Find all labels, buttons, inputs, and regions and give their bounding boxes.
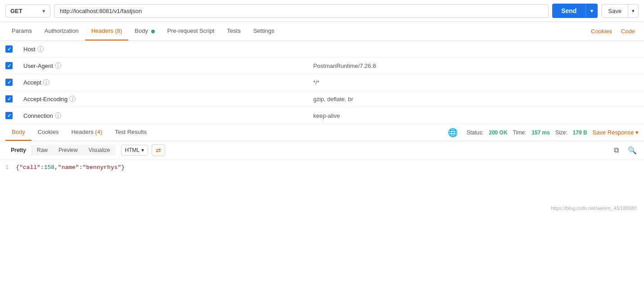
- method-chevron-icon: ▾: [42, 8, 45, 14]
- info-icon-1: i: [55, 62, 61, 69]
- table-row: Connection i keep-alive: [0, 107, 644, 124]
- wrap-icon: ⇄: [156, 147, 161, 154]
- header-value-cell-3: gzip, deflate, br: [308, 91, 644, 107]
- tab-body[interactable]: Body: [128, 22, 161, 40]
- top-bar: GET ▾ Send ▾ Save ▾: [0, 0, 644, 22]
- save-button[interactable]: Save ▾: [601, 4, 639, 18]
- header-checkbox-cell-3: [0, 91, 18, 107]
- json-line-1: 1 {"call":158,"name":"bennyrhys"}: [5, 164, 639, 171]
- time-value: 157 ms: [531, 129, 550, 136]
- right-tabs: Cookies Code: [587, 22, 639, 40]
- header-value-cell-2: */*: [308, 74, 644, 91]
- tab-tests[interactable]: Tests: [221, 22, 247, 40]
- header-checkbox-1[interactable]: [5, 62, 13, 69]
- response-tab-test-results[interactable]: Test Results: [108, 124, 153, 141]
- header-name-3: Accept-Encoding: [23, 96, 68, 102]
- right-format-buttons: ⧉ 🔍: [610, 144, 639, 156]
- tab-headers[interactable]: Headers (8): [85, 22, 129, 40]
- header-value-cell-1: PostmanRuntime/7.26.8: [308, 58, 644, 74]
- lang-select[interactable]: HTML ▾: [121, 145, 149, 156]
- method-select[interactable]: GET ▾: [5, 4, 50, 18]
- response-body: 1 {"call":158,"name":"bennyrhys"}: [0, 160, 644, 214]
- lang-chevron-icon: ▾: [141, 147, 144, 153]
- save-arrow-icon[interactable]: ▾: [628, 5, 638, 17]
- format-raw[interactable]: Raw: [32, 145, 53, 156]
- header-checkbox-cell-1: [0, 58, 18, 74]
- size-label: Size:: [555, 129, 567, 136]
- headers-table: Host i User-Agent i PostmanRuntime/7: [0, 41, 644, 124]
- header-name-2: Accept: [23, 79, 41, 86]
- table-row: Accept i */*: [0, 74, 644, 91]
- format-preview[interactable]: Preview: [53, 145, 83, 156]
- time-label: Time:: [513, 129, 527, 136]
- response-tab-cookies[interactable]: Cookies: [32, 124, 65, 141]
- header-checkbox-cell-4: [0, 107, 18, 124]
- header-checkbox-cell-0: [0, 41, 18, 58]
- url-input[interactable]: [54, 4, 549, 18]
- response-headers-count: (4): [95, 129, 102, 135]
- header-name-0: Host: [23, 46, 36, 53]
- format-pretty[interactable]: Pretty: [5, 145, 32, 156]
- method-text: GET: [10, 8, 23, 14]
- status-label: Status:: [467, 129, 483, 136]
- header-value-cell-4: keep-alive: [308, 107, 644, 124]
- send-label: Send: [552, 4, 585, 18]
- tab-settings[interactable]: Settings: [247, 22, 281, 40]
- tab-prerequest[interactable]: Pre-request Script: [161, 22, 221, 40]
- watermark: https://blog.csdn.net/weixm_43/180680: [551, 205, 637, 211]
- tab-authorization[interactable]: Authorization: [38, 22, 85, 40]
- body-dot: [151, 30, 155, 33]
- response-tabs: Body Cookies Headers (4) Test Results 🌐 …: [0, 124, 644, 141]
- table-row: Accept-Encoding i gzip, deflate, br: [0, 91, 644, 107]
- send-button[interactable]: Send ▾: [552, 4, 598, 18]
- search-icon[interactable]: 🔍: [626, 144, 639, 156]
- header-value-cell-0: [308, 41, 644, 58]
- header-name-cell-3: Accept-Encoding i: [18, 91, 308, 107]
- format-bar: Pretty Raw Preview Visualize HTML ▾ ⇄ ⧉ …: [0, 141, 644, 160]
- send-arrow-icon[interactable]: ▾: [585, 4, 598, 18]
- info-icon-3: i: [69, 96, 76, 102]
- tab-code-right[interactable]: Code: [617, 22, 639, 40]
- header-value-1: PostmanRuntime/7.26.8: [313, 62, 376, 69]
- format-tabs: Pretty Raw Preview Visualize: [5, 145, 116, 156]
- wrap-button[interactable]: ⇄: [152, 144, 165, 156]
- header-checkbox-2[interactable]: [5, 79, 13, 86]
- table-row: Host i: [0, 41, 644, 58]
- info-icon-2: i: [43, 79, 50, 85]
- header-name-1: User-Agent: [23, 62, 53, 69]
- header-value-4: keep-alive: [313, 112, 340, 119]
- response-meta: 🌐 Status: 200 OK Time: 157 ms Size: 179 …: [448, 128, 639, 138]
- header-checkbox-3[interactable]: [5, 95, 13, 102]
- lang-label: HTML: [125, 147, 140, 153]
- header-name-cell-2: Accept i: [18, 74, 308, 91]
- table-row: User-Agent i PostmanRuntime/7.26.8: [0, 58, 644, 74]
- size-value: 179 B: [573, 129, 587, 136]
- copy-icon[interactable]: ⧉: [610, 144, 622, 156]
- header-name-cell-4: Connection i: [18, 107, 308, 124]
- headers-count: (8): [115, 27, 122, 34]
- tab-cookies-right[interactable]: Cookies: [587, 22, 616, 40]
- tab-params[interactable]: Params: [5, 22, 38, 40]
- header-checkbox-0[interactable]: [5, 45, 13, 53]
- request-tabs: Params Authorization Headers (8) Body Pr…: [0, 22, 644, 41]
- info-icon-4: i: [55, 112, 61, 119]
- line-number: 1: [5, 165, 9, 171]
- header-name-4: Connection: [23, 112, 53, 119]
- header-name-cell-0: Host i: [18, 41, 308, 58]
- response-tab-headers[interactable]: Headers (4): [65, 124, 109, 141]
- globe-icon: 🌐: [448, 128, 458, 138]
- header-checkbox-4[interactable]: [5, 112, 13, 119]
- header-name-cell-1: User-Agent i: [18, 58, 308, 74]
- header-value-3: gzip, deflate, br: [313, 96, 353, 102]
- save-response-button[interactable]: Save Response ▾: [593, 129, 639, 136]
- header-value-2: */*: [313, 79, 320, 86]
- info-icon-0: i: [37, 46, 44, 52]
- format-visualize[interactable]: Visualize: [83, 145, 116, 156]
- save-label: Save: [602, 4, 628, 18]
- header-checkbox-cell-2: [0, 74, 18, 91]
- status-value: 200 OK: [489, 129, 507, 136]
- response-tab-body[interactable]: Body: [5, 124, 32, 141]
